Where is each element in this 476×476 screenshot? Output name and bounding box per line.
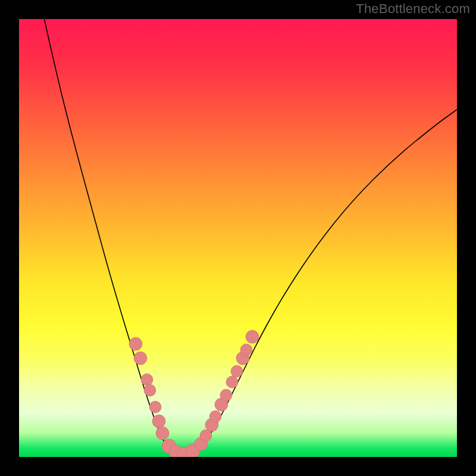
watermark-text: TheBottleneck.com	[356, 1, 470, 17]
bottleneck-curve	[42, 19, 457, 455]
curve-markers	[129, 330, 259, 457]
plot-area	[19, 19, 457, 457]
curve-marker	[134, 352, 147, 365]
image-root: TheBottleneck.com	[0, 0, 476, 476]
curve-marker	[240, 344, 252, 356]
curve-marker	[231, 365, 243, 377]
curve-marker	[220, 389, 232, 401]
curve-marker	[149, 401, 161, 413]
curve-marker	[226, 376, 238, 388]
chart-svg	[19, 19, 457, 457]
curve-marker	[200, 430, 212, 441]
curve-marker	[129, 337, 142, 350]
curve-marker	[156, 427, 169, 440]
curve-marker	[144, 384, 156, 396]
curve-marker	[246, 330, 259, 343]
curve-marker	[152, 415, 165, 428]
curve-marker	[209, 411, 221, 422]
curve-marker	[141, 374, 153, 386]
